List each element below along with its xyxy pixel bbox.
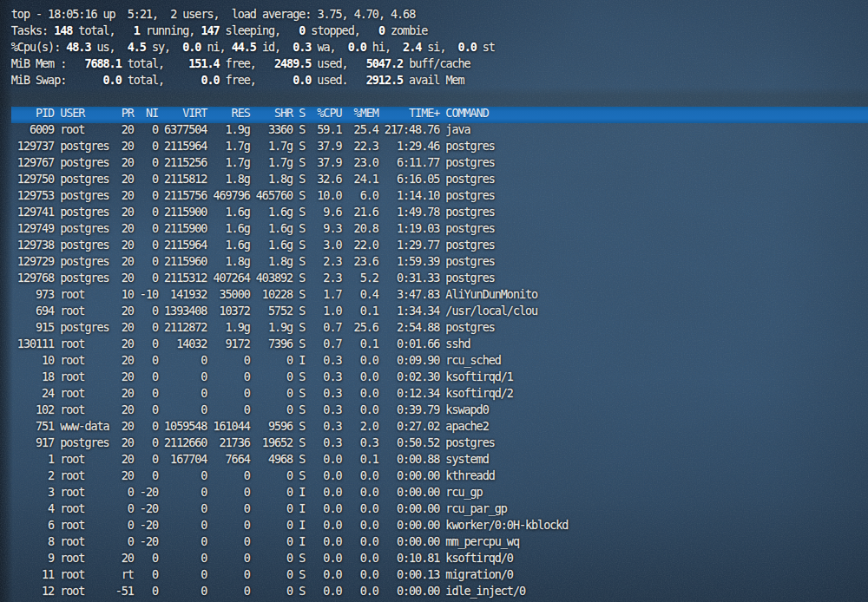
summary-label: free, (220, 57, 274, 70)
summary-label: hi, (366, 41, 403, 54)
process-row: 3 root 0 -20 0 0 0 I 0.0 0.0 0:00.00 rcu… (11, 484, 868, 501)
summary-value: 148 (54, 24, 72, 37)
summary-value: 4.5 (128, 41, 146, 54)
summary-label: sleeping, (220, 24, 299, 37)
process-row: 10 root 20 0 0 0 0 I 0.3 0.0 0:09.90 rcu… (11, 352, 868, 369)
summary-value: 2912.5 (366, 74, 403, 87)
summary-value: 0 (378, 24, 385, 37)
process-row: 129753 postgres 20 0 2115756 469796 4657… (11, 187, 868, 204)
process-row: 129750 postgres 20 0 2115812 1.8g 1.8g S… (11, 171, 868, 187)
process-row: 2 root 20 0 0 0 0 S 0.0 0.0 0:00.00 kthr… (11, 468, 868, 484)
summary-label: 3.75, 4.70, 4.68 (317, 8, 415, 21)
process-row: 129729 postgres 20 0 2115960 1.8g 1.8g S… (11, 253, 868, 270)
summary-label: up (97, 8, 128, 21)
process-row: 6 root 0 -20 0 0 0 I 0.0 0.0 0:00.00 kwo… (11, 517, 868, 533)
summary-label: buff/cache (403, 57, 470, 70)
process-row: 129749 postgres 20 0 2115900 1.6g 1.6g S… (11, 220, 868, 237)
process-row: 917 postgres 20 0 2112660 21736 19652 S … (11, 435, 868, 451)
summary-label: 18:05:16 (48, 8, 96, 21)
process-row: 8 root 0 -20 0 0 0 I 0.0 0.0 0:00.00 mm_… (11, 533, 868, 550)
summary-label: total, (122, 57, 189, 70)
summary-value: 7688.1 (84, 57, 121, 70)
summary-value: 0.0 (201, 74, 219, 87)
summary-label: total, (122, 74, 201, 87)
process-row: 129737 postgres 20 0 2115964 1.7g 1.7g S… (11, 138, 868, 154)
swap-line: MiB Swap: 0.0 total, 0.0 free, 0.0 used.… (11, 72, 868, 88)
process-row: 751 www-data 20 0 1059548 161044 9596 S … (11, 418, 868, 435)
summary-label: running, (140, 24, 201, 37)
uptime-line: top - 18:05:16 up 5:21, 2 users, load av… (11, 6, 868, 23)
process-row: 973 root 10 -10 141932 35000 10228 S 1.7… (11, 286, 868, 303)
process-row: 915 postgres 20 0 2112872 1.9g 1.9g S 0.… (11, 319, 868, 336)
summary-label: avail Mem (403, 74, 464, 87)
process-row: 130111 root 20 0 14032 9172 7396 S 0.7 0… (11, 336, 868, 352)
summary-label: used, (311, 57, 365, 70)
process-row: 102 root 20 0 0 0 0 S 0.3 0.0 0:39.79 ks… (11, 402, 868, 418)
summary-label: ni, (201, 41, 231, 54)
summary-label: stopped, (305, 24, 378, 37)
summary-value: 5047.2 (366, 57, 403, 70)
summary-label: Tasks: (11, 24, 54, 37)
summary-label: 5:21, (128, 8, 158, 21)
summary-value: 147 (201, 24, 219, 37)
summary-label: MiB Swap: (11, 74, 103, 87)
blank-line (11, 88, 868, 105)
summary-label: top - (11, 8, 48, 21)
process-row: 11 root rt 0 0 0 0 S 0.0 0.0 0:00.13 mig… (11, 566, 868, 583)
summary-label: us, (90, 41, 127, 54)
summary-label: sy, (146, 41, 182, 54)
process-row: 9 root 20 0 0 0 0 S 0.0 0.0 0:10.81 ksof… (11, 550, 868, 566)
process-row: 24 root 20 0 0 0 0 S 0.3 0.0 0:12.34 kso… (11, 385, 868, 402)
summary-value: 0.3 (293, 41, 311, 54)
summary-label: si, (421, 41, 457, 54)
summary-value: 48.3 (66, 41, 90, 54)
summary-value: 0.0 (293, 74, 311, 87)
process-table: 6009 root 20 0 6377504 1.9g 3360 S 59.1 … (11, 121, 868, 599)
summary-value: 2489.5 (274, 57, 311, 70)
summary-label: total, (72, 24, 134, 37)
summary-value: 151.4 (188, 57, 219, 70)
process-row: 1 root 20 0 167704 7664 4968 S 0.0 0.1 0… (11, 451, 868, 468)
summary-label: free, (220, 74, 293, 87)
summary-value: 0.0 (103, 74, 122, 87)
desktop-background: top - 18:05:16 up 5:21, 2 users, load av… (0, 0, 868, 602)
process-table-header: PID USER PR NI VIRT RES SHR S %CPU %MEM … (11, 105, 868, 121)
summary-label (158, 8, 170, 21)
process-row: 4 root 0 -20 0 0 0 I 0.0 0.0 0:00.00 rcu… (11, 501, 868, 517)
summary-value: 1 (134, 24, 140, 37)
summary-label: zombie (385, 24, 427, 37)
process-row: 129767 postgres 20 0 2115256 1.7g 1.7g S… (11, 154, 868, 171)
summary-label: used. (311, 74, 365, 87)
process-row: 12 root -51 0 0 0 0 S 0.0 0.0 0:00.00 id… (11, 583, 868, 599)
mem-line: MiB Mem : 7688.1 total, 151.4 free, 2489… (11, 56, 868, 72)
summary-label: st (477, 41, 495, 54)
summary-label: users, load average: (176, 8, 317, 21)
top-summary: top - 18:05:16 up 5:21, 2 users, load av… (11, 6, 868, 88)
process-row: 129738 postgres 20 0 2115964 1.6g 1.6g S… (11, 237, 868, 253)
cpu-line: %Cpu(s): 48.3 us, 4.5 sy, 0.0 ni, 44.5 i… (11, 39, 868, 56)
process-row: 694 root 20 0 1393408 10372 5752 S 1.0 0… (11, 303, 868, 319)
summary-value: 0.0 (182, 41, 201, 54)
summary-label: %Cpu(s): (11, 41, 66, 54)
summary-label: MiB Mem : (11, 57, 85, 70)
summary-value: 0.0 (348, 41, 366, 54)
summary-label: id, (256, 41, 293, 54)
tasks-line: Tasks: 148 total, 1 running, 147 sleepin… (11, 23, 868, 39)
summary-value: 44.5 (232, 41, 256, 54)
process-row: 129741 postgres 20 0 2115900 1.6g 1.6g S… (11, 204, 868, 220)
summary-value: 2.4 (403, 41, 421, 54)
summary-label: wa, (311, 41, 347, 54)
process-row: 129768 postgres 20 0 2115312 407264 4038… (11, 270, 868, 286)
process-row: 6009 root 20 0 6377504 1.9g 3360 S 59.1 … (11, 121, 868, 138)
process-row: 18 root 20 0 0 0 0 S 0.3 0.0 0:02.30 kso… (11, 369, 868, 385)
summary-value: 0.0 (458, 41, 477, 54)
terminal-screen[interactable]: top - 18:05:16 up 5:21, 2 users, load av… (11, 6, 868, 602)
